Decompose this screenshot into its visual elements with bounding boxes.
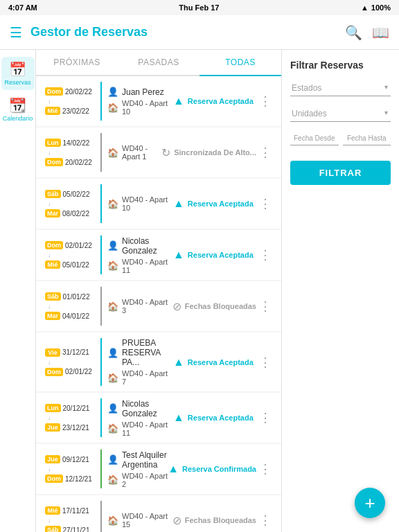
date-arrow: ↓ <box>45 149 51 156</box>
reservations-list[interactable]: Dom 20/02/22 ↓ Mié 23/02/22 👤Juan Perez … <box>36 76 281 532</box>
more-options-icon[interactable]: ⋮ <box>256 511 274 529</box>
status-label: Reserva Confirmada <box>182 465 256 473</box>
end-date-text: 04/01/22 <box>62 312 89 320</box>
person-icon: 👤 <box>107 348 118 358</box>
content-area: PRÓXIMAS PASADAS TODAS Dom 20/02/22 ↓ Mi… <box>36 50 281 532</box>
more-options-icon[interactable]: ⋮ <box>256 297 274 315</box>
filter-title: Filtrar Reservas <box>290 60 391 71</box>
start-date-text: 20/12/21 <box>63 405 90 412</box>
status-icon: ▲ <box>168 463 179 475</box>
reservation-divider <box>100 82 102 121</box>
start-date-text: 31/12/21 <box>62 348 89 356</box>
tab-todas[interactable]: TODAS <box>200 50 281 76</box>
end-day-label: Jue <box>45 423 60 432</box>
person-icon: 👤 <box>107 240 118 251</box>
res-guest: 👤Nicolas Gonzalez <box>107 236 173 256</box>
sidebar-item-calendario[interactable]: 📆 Calendario <box>1 93 35 126</box>
status-icon: ⊘ <box>172 300 181 313</box>
end-date-text: 08/02/22 <box>62 210 89 218</box>
more-options-icon[interactable]: ⋮ <box>256 460 274 478</box>
estados-select-wrapper: Estados <box>290 80 391 96</box>
end-date-badge: Dom 12/12/21 <box>45 475 92 483</box>
header-actions: 🔍 📖 <box>345 24 389 41</box>
more-options-icon[interactable]: ⋮ <box>256 246 274 264</box>
menu-icon[interactable]: ☰ <box>10 24 22 41</box>
date-range: Sáb 01/01/22 ↓ Mar 04/01/22 <box>45 292 95 320</box>
fecha-desde-field[interactable]: Fecha Desde <box>290 132 339 145</box>
end-day-label: Mar <box>45 209 60 218</box>
reservation-info: 🏠 WD40 - Apart 1 <box>107 144 161 161</box>
app-title: Gestor de Reservas <box>30 25 345 39</box>
reservation-item: Jue 09/12/21 ↓ Dom 12/12/21 👤Test Alquil… <box>36 444 281 494</box>
end-day-label: Dom <box>45 475 63 483</box>
date-range: Sáb 05/02/22 ↓ Mar 08/02/22 <box>45 190 95 218</box>
res-unit: 🏠 WD40 - Apart 3 <box>107 298 172 314</box>
date-range: Jue 09/12/21 ↓ Dom 12/12/21 <box>45 455 95 483</box>
more-options-icon[interactable]: ⋮ <box>256 92 274 110</box>
start-date-badge: Lun 20/12/21 <box>45 404 89 412</box>
status-label: Sincronizada De Alto... <box>174 148 256 157</box>
end-day-label: Dom <box>45 158 63 166</box>
calendario-icon: 📆 <box>9 97 26 114</box>
end-date-text: 23/12/21 <box>62 424 89 432</box>
res-status: ▲ Reserva Aceptada <box>173 356 256 369</box>
status-label: Reserva Aceptada <box>188 251 254 259</box>
status-label: Reserva Aceptada <box>188 97 254 105</box>
reservation-item: Sáb 01/01/22 ↓ Mar 04/01/22 🏠 WD40 - Apa… <box>36 281 281 331</box>
reservation-item: Vie 31/12/21 ↓ Dom 02/01/22 👤PRUEBA RESE… <box>36 332 281 391</box>
filter-button[interactable]: FILTRAR <box>290 161 391 185</box>
start-date-badge: Dom 02/01/22 <box>45 241 92 249</box>
status-icons: ▲ 100% <box>361 3 391 12</box>
start-date-badge: Sáb 01/01/22 <box>45 292 89 301</box>
start-day-label: Lun <box>45 139 61 147</box>
start-date-badge: Vie 31/12/21 <box>45 348 89 357</box>
res-unit: 🏠 WD40 - Apart 10 <box>107 99 173 116</box>
more-options-icon[interactable]: ⋮ <box>256 409 274 427</box>
tabs-bar: PRÓXIMAS PASADAS TODAS <box>36 50 281 76</box>
tab-proximas[interactable]: PRÓXIMAS <box>36 50 118 76</box>
more-options-icon[interactable]: ⋮ <box>256 353 274 371</box>
status-label: Reserva Aceptada <box>188 414 254 422</box>
res-status: ⊘ Fechas Bloqueadas <box>172 300 256 313</box>
search-icon[interactable]: 🔍 <box>345 24 362 41</box>
reservation-item: Lun 20/12/21 ↓ Jue 23/12/21 👤Nicolas Gon… <box>36 393 281 443</box>
res-status: ▲ Reserva Aceptada <box>173 249 256 261</box>
fecha-hasta-field[interactable]: Fecha Hasta <box>343 132 391 145</box>
reservation-info: 🏠 WD40 - Apart 10 <box>107 195 173 212</box>
reservation-item: Lun 14/02/22 ↓ Dom 20/02/22 🏠 WD40 - Apa… <box>36 127 281 177</box>
date-range: Mié 17/11/21 ↓ Sáb 27/11/21 <box>45 506 95 532</box>
date-range: Lun 20/12/21 ↓ Jue 23/12/21 <box>45 404 95 432</box>
date-range: Lun 14/02/22 ↓ Dom 20/02/22 <box>45 139 95 166</box>
start-date-text: 09/12/21 <box>62 456 89 463</box>
reservation-item: Dom 02/01/22 ↓ Mié 05/01/22 👤Nicolas Gon… <box>36 230 281 280</box>
reservation-divider <box>100 236 102 274</box>
end-date-badge: Mié 05/01/22 <box>45 260 89 269</box>
end-date-text: 05/01/22 <box>62 261 89 269</box>
estados-select[interactable]: Estados <box>290 80 391 96</box>
start-day-label: Lun <box>45 404 61 412</box>
person-icon: 👤 <box>107 403 118 414</box>
add-fab-button[interactable]: + <box>355 488 385 518</box>
main-layout: 📅 Reservas 📆 Calendario PRÓXIMAS PASADAS… <box>0 50 399 532</box>
home-icon: 🏠 <box>107 199 118 209</box>
start-date-text: 17/11/21 <box>62 507 89 515</box>
tab-pasadas[interactable]: PASADAS <box>118 50 200 76</box>
end-date-badge: Mar 08/02/22 <box>45 209 89 218</box>
reservation-divider <box>100 133 102 172</box>
home-icon: 🏠 <box>107 103 118 113</box>
res-guest: 👤PRUEBA RESERVA PA... <box>107 338 173 367</box>
more-options-icon[interactable]: ⋮ <box>256 143 274 161</box>
status-icon: ▲ <box>173 197 184 210</box>
unidades-select[interactable]: Unidades <box>290 106 391 122</box>
start-day-label: Sáb <box>45 292 61 301</box>
book-icon[interactable]: 📖 <box>372 24 389 41</box>
battery-icon: 100% <box>371 3 391 12</box>
end-day-label: Mié <box>45 260 60 269</box>
status-icon: ▲ <box>173 95 184 107</box>
more-options-icon[interactable]: ⋮ <box>256 195 274 213</box>
date-arrow: ↓ <box>45 200 51 207</box>
reservation-info: 🏠 WD40 - Apart 15 <box>107 512 172 529</box>
home-icon: 🏠 <box>107 475 118 485</box>
status-date: Thu Feb 17 <box>179 3 219 12</box>
sidebar-item-reservas[interactable]: 📅 Reservas <box>1 57 35 90</box>
